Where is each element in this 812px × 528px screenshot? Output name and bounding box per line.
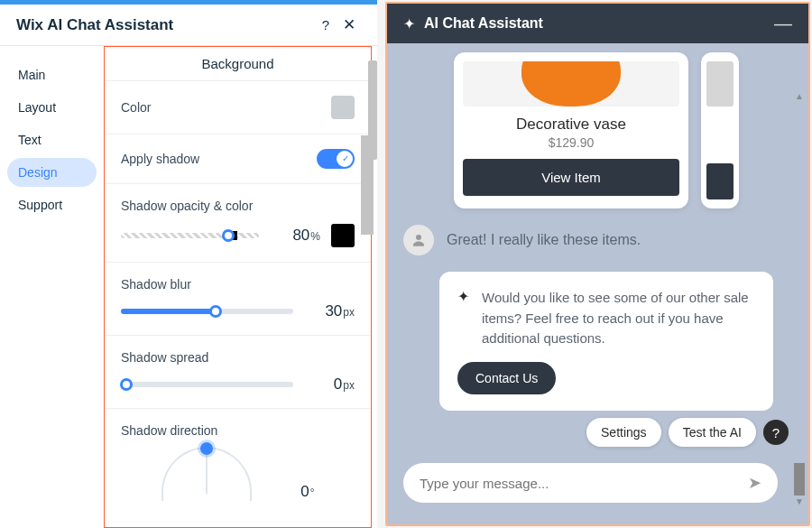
apply-shadow-toggle[interactable]: ✓: [317, 149, 355, 169]
color-swatch[interactable]: [331, 96, 355, 119]
test-ai-button[interactable]: Test the AI: [669, 418, 756, 447]
svg-point-0: [416, 235, 421, 240]
floating-actions: Settings Test the AI ?: [586, 418, 789, 447]
shadow-spread-value: 0px: [304, 375, 355, 394]
panel-header: Wix AI Chat Assistant ? ✕: [0, 5, 377, 46]
sparkle-icon: ✦: [457, 288, 469, 349]
row-shadow-blur: Shadow blur 30px: [105, 262, 371, 335]
message-composer: ➤: [403, 463, 778, 503]
shadow-blur-label: Shadow blur: [121, 277, 355, 292]
contact-us-button[interactable]: Contact Us: [457, 362, 556, 394]
product-price: $129.90: [463, 135, 679, 150]
shadow-blur-slider[interactable]: [121, 309, 293, 314]
settings-button[interactable]: Settings: [586, 418, 661, 447]
color-label: Color: [121, 100, 151, 115]
sidebar-item-layout[interactable]: Layout: [7, 93, 97, 122]
shadow-spread-label: Shadow spread: [121, 350, 355, 365]
ai-message-bubble: ✦ Would you like to see some of our othe…: [439, 272, 773, 411]
section-title: Background: [105, 51, 371, 80]
row-shadow-direction: Shadow direction 0°: [105, 408, 371, 515]
row-color: Color: [105, 80, 371, 134]
shadow-direction-dial[interactable]: [161, 447, 252, 501]
product-image: [706, 61, 734, 107]
page-scrollbar[interactable]: [361, 135, 374, 235]
product-carousel: Decorative vase $129.90 View Item: [403, 52, 792, 208]
row-apply-shadow: Apply shadow ✓: [105, 134, 371, 183]
scroll-up-icon[interactable]: ▲: [794, 90, 805, 103]
check-icon: ✓: [341, 153, 350, 162]
shadow-blur-value: 30px: [304, 302, 355, 320]
panel-title: Wix AI Chat Assistant: [16, 16, 314, 34]
help-button[interactable]: ?: [763, 420, 789, 445]
product-image: [463, 61, 679, 107]
design-section: Background Color Apply shadow ✓: [104, 46, 372, 528]
chat-header: ✦ AI Chat Assistant —: [387, 4, 808, 43]
product-card-next[interactable]: [701, 52, 739, 208]
sidebar-item-main[interactable]: Main: [7, 60, 97, 89]
product-name: Decorative vase: [463, 116, 679, 134]
minimize-icon[interactable]: —: [774, 14, 792, 34]
sidebar-item-text[interactable]: Text: [7, 125, 97, 154]
apply-shadow-label: Apply shadow: [121, 152, 199, 166]
avatar: [403, 225, 434, 255]
chat-scrollbar[interactable]: ▲ ▼: [794, 90, 805, 508]
design-scrollbar[interactable]: [368, 55, 377, 513]
sidebar-item-design[interactable]: Design: [7, 158, 97, 187]
sparkle-icon: ✦: [403, 15, 415, 32]
chat-preview: ✦ AI Chat Assistant — Decorative vase $1…: [385, 2, 810, 526]
sidebar-item-support[interactable]: Support: [7, 190, 97, 219]
help-icon[interactable]: ?: [314, 17, 337, 32]
shadow-spread-slider[interactable]: [121, 382, 293, 387]
shadow-direction-label: Shadow direction: [121, 423, 355, 438]
view-item-button[interactable]: View Item: [463, 159, 679, 196]
shadow-direction-value: 0°: [264, 483, 315, 501]
shadow-opacity-label: Shadow opacity & color: [121, 199, 355, 213]
scroll-down-icon[interactable]: ▼: [794, 496, 805, 508]
settings-panel: Wix AI Chat Assistant ? ✕ Main Layout Te…: [0, 0, 377, 528]
ai-message-text: Would you like to see some of our other …: [482, 288, 755, 349]
settings-sidebar: Main Layout Text Design Support: [0, 46, 104, 528]
user-message-text: Great! I really like these items.: [447, 232, 641, 248]
shadow-opacity-value: 80%: [270, 227, 320, 245]
close-icon[interactable]: ✕: [337, 15, 361, 34]
send-icon[interactable]: ➤: [748, 473, 761, 493]
message-input[interactable]: [420, 476, 748, 491]
view-item-button[interactable]: [706, 163, 734, 199]
row-shadow-opacity: Shadow opacity & color 80%: [105, 183, 371, 262]
shadow-opacity-slider[interactable]: [121, 233, 259, 238]
chat-title: AI Chat Assistant: [424, 15, 774, 32]
row-shadow-spread: Shadow spread 0px: [105, 335, 371, 408]
user-message-row: Great! I really like these items.: [403, 225, 792, 255]
product-card: Decorative vase $129.90 View Item: [454, 52, 688, 208]
shadow-color-swatch[interactable]: [331, 224, 355, 247]
